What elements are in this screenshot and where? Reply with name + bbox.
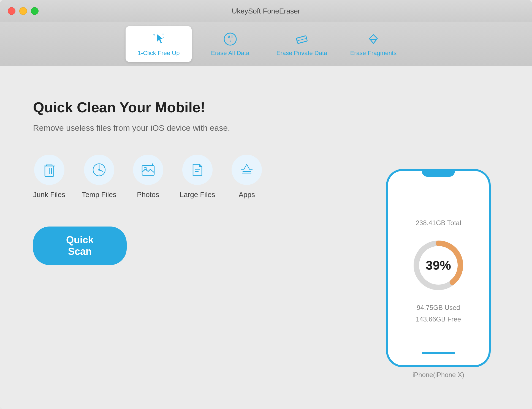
one-click-icon	[151, 31, 166, 47]
headline: Quick Clean Your Mobile!	[33, 99, 361, 116]
tab-one-click[interactable]: 1-Click Free Up	[126, 26, 192, 62]
photos-label: Photos	[137, 190, 159, 199]
storage-free-label: 143.66GB Free	[416, 315, 461, 323]
phone-content: 238.41GB Total 39% 94.75GB Used	[393, 185, 483, 352]
subtext: Remove useless files from your iOS devic…	[33, 123, 361, 133]
toolbar: 1-Click Free Up All Erase All Data	[0, 22, 532, 66]
temp-files-icon	[91, 162, 107, 178]
temp-files-icon-wrapper	[84, 155, 114, 185]
svg-point-2	[163, 37, 164, 38]
temp-files-label: Temp Files	[82, 190, 116, 199]
file-types-grid: Junk Files	[33, 155, 361, 199]
app-window: UkeySoft FoneEraser 1-Click Free Up	[0, 0, 532, 409]
svg-line-6	[297, 38, 307, 41]
storage-donut-chart: 39%	[408, 235, 469, 296]
traffic-lights	[8, 7, 39, 15]
tab-one-click-label: 1-Click Free Up	[138, 50, 180, 57]
title-bar: UkeySoft FoneEraser	[0, 0, 532, 22]
junk-files-icon	[41, 162, 58, 178]
storage-used-label: 94.75GB Used	[417, 304, 460, 312]
storage-percent: 39%	[426, 258, 451, 273]
tab-erase-all-label: Erase All Data	[211, 50, 249, 57]
tab-erase-fragments-label: Erase Fragments	[350, 50, 397, 57]
file-type-junk[interactable]: Junk Files	[33, 155, 65, 199]
file-type-photos[interactable]: Photos	[133, 155, 163, 199]
file-type-apps[interactable]: Apps	[232, 155, 262, 199]
fullscreen-button[interactable]	[31, 7, 39, 15]
tab-erase-all[interactable]: All Erase All Data	[197, 26, 263, 62]
phone-home-indicator	[422, 352, 455, 354]
file-type-temp[interactable]: Temp Files	[82, 155, 116, 199]
minimize-button[interactable]	[19, 7, 27, 15]
right-section: 238.41GB Total 39% 94.75GB Used	[378, 88, 499, 387]
quick-scan-button[interactable]: Quick Scan	[33, 227, 127, 265]
svg-point-16	[98, 169, 100, 171]
apps-label: Apps	[239, 190, 255, 199]
erase-all-icon: All	[222, 31, 238, 47]
storage-info: 94.75GB Used 143.66GB Free	[416, 304, 461, 323]
svg-point-1	[162, 34, 164, 35]
erase-fragments-icon	[366, 31, 381, 47]
tab-erase-private[interactable]: Erase Private Data	[269, 26, 335, 62]
erase-private-icon	[294, 31, 310, 47]
svg-point-0	[153, 34, 155, 36]
close-button[interactable]	[8, 7, 15, 15]
large-files-icon-wrapper	[182, 155, 213, 185]
photos-icon-wrapper	[133, 155, 163, 185]
photos-icon	[140, 162, 156, 178]
left-section: Quick Clean Your Mobile! Remove useless …	[33, 88, 361, 387]
phone-mockup: 238.41GB Total 39% 94.75GB Used	[386, 169, 491, 367]
svg-text:All: All	[228, 35, 233, 39]
apps-icon-wrapper	[232, 155, 262, 185]
large-files-label: Large Files	[180, 190, 215, 199]
tab-erase-private-label: Erase Private Data	[276, 50, 327, 57]
main-content: Quick Clean Your Mobile! Remove useless …	[0, 66, 532, 409]
junk-files-label: Junk Files	[33, 190, 65, 199]
large-files-icon	[189, 162, 206, 178]
total-storage-label: 238.41GB Total	[416, 219, 461, 227]
file-type-large[interactable]: Large Files	[180, 155, 215, 199]
window-title: UkeySoft FoneEraser	[232, 7, 300, 15]
apps-icon	[238, 162, 255, 178]
tab-erase-fragments[interactable]: Erase Fragments	[340, 26, 406, 62]
junk-files-icon-wrapper	[34, 155, 64, 185]
device-name: iPhone(iPhone X)	[412, 371, 464, 379]
phone-notch	[422, 169, 455, 177]
